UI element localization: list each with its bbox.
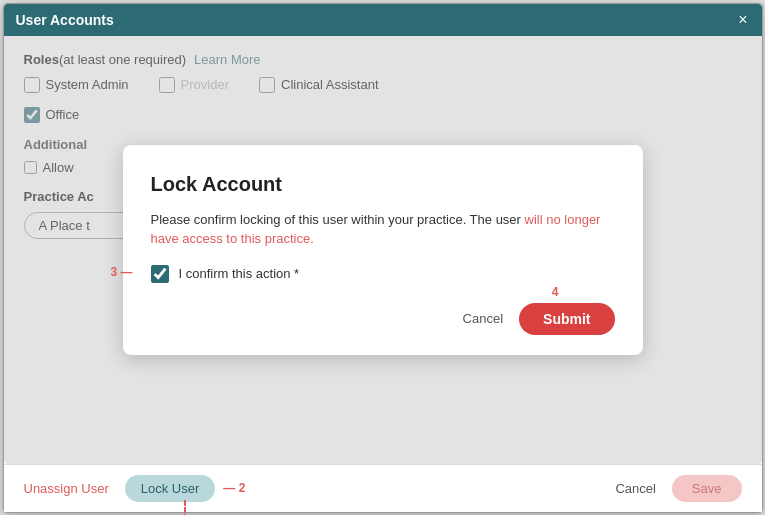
main-content: Roles(at least one required) Learn More … [4, 36, 762, 464]
close-button[interactable]: × [736, 12, 749, 28]
lock-account-modal: Lock Account Please confirm locking of t… [123, 145, 643, 355]
unassign-user-button[interactable]: Unassign User [24, 481, 109, 496]
annotation-3: 3 — [111, 265, 133, 279]
confirm-checkbox[interactable] [151, 265, 169, 283]
confirm-label: I confirm this action * [179, 266, 300, 281]
modal-actions: 4 Cancel Submit [151, 303, 615, 335]
cancel-button-bottom[interactable]: Cancel [615, 481, 655, 496]
bottom-right: Cancel Save [615, 475, 741, 502]
modal-submit-button[interactable]: Submit [519, 303, 614, 335]
annotation-4: 4 [552, 285, 559, 299]
dashed-line [184, 500, 186, 516]
lock-modal-title: Lock Account [151, 173, 615, 196]
lock-user-button[interactable]: Lock User [125, 475, 216, 502]
modal-overlay: Lock Account Please confirm locking of t… [4, 36, 762, 464]
lock-modal-body-text: Please confirm locking of this user with… [151, 212, 521, 227]
save-button[interactable]: Save [672, 475, 742, 502]
confirm-row: 3 — I confirm this action * [151, 265, 615, 283]
lock-modal-body: Please confirm locking of this user with… [151, 210, 615, 249]
title-bar: User Accounts × [4, 4, 762, 36]
bottom-bar: Unassign User Lock User — 2 Cancel Save [4, 464, 762, 512]
lock-user-container: Lock User — 2 [125, 475, 246, 502]
main-window: User Accounts × Roles(at least one requi… [3, 3, 763, 513]
annotation-2: — 2 [223, 481, 245, 495]
window-title: User Accounts [16, 12, 114, 28]
bottom-left: Unassign User Lock User — 2 [24, 475, 246, 502]
modal-cancel-button[interactable]: Cancel [463, 311, 503, 326]
